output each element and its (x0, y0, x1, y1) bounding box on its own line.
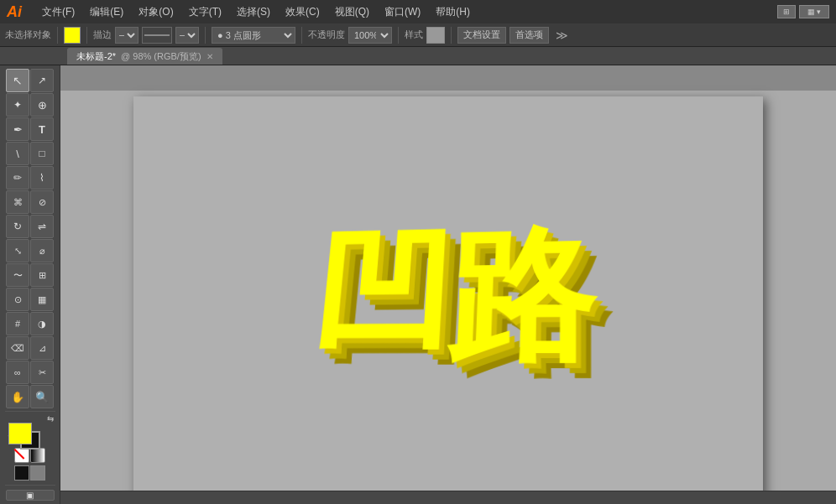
menu-effect[interactable]: 效果(C) (279, 3, 327, 21)
magic-wand-icon: ✦ (13, 99, 22, 111)
column-graph-tool[interactable]: ▦ (30, 288, 54, 311)
free-transform-tool[interactable]: ⊞ (30, 263, 54, 287)
pencil-tool[interactable]: ✏ (6, 166, 29, 190)
brush-tool[interactable]: ⌇ (30, 166, 54, 190)
blend-tool[interactable]: ∞ (6, 361, 29, 384)
style-color[interactable] (426, 27, 445, 44)
rectangle-tool[interactable]: □ (30, 142, 54, 165)
canvas-area[interactable]: 凹路 凹路 凹路 凹路 (60, 65, 836, 504)
menu-window[interactable]: 窗口(W) (378, 3, 427, 21)
eyedropper-tool[interactable]: ⌫ (6, 336, 29, 360)
arrow-start-select[interactable]: — (115, 27, 138, 44)
tab-close-button[interactable]: ✕ (206, 52, 213, 61)
line-icon: \ (16, 148, 19, 160)
tool-row-4: \ □ (6, 142, 54, 165)
zoom-tool[interactable]: 🔍 (30, 385, 54, 408)
rectangle-icon: □ (39, 148, 44, 159)
swatches-row (14, 465, 45, 481)
style-label: 样式 (405, 29, 423, 41)
reflect-icon: ⇌ (38, 221, 46, 232)
tool-row-13: ∞ ✂ (6, 361, 54, 384)
free-transform-icon: ⊞ (39, 270, 46, 281)
artboard-icon: ▣ (26, 491, 34, 500)
symbol-sprayer-tool[interactable]: ⊙ (6, 288, 29, 311)
selection-tool[interactable]: ↖ (6, 69, 29, 92)
menu-view[interactable]: 视图(Q) (328, 3, 376, 21)
doc-settings-button[interactable]: 文档设置 (457, 27, 506, 44)
scissors-tool[interactable]: ✂ (30, 361, 54, 384)
gradient-tool[interactable]: ◑ (30, 312, 54, 335)
rotate-tool[interactable]: ↻ (6, 215, 29, 238)
toolbar-extra-icon[interactable]: ≫ (556, 29, 568, 42)
arrow-end-box: — (175, 27, 199, 44)
toolbar-sep-1 (57, 27, 58, 44)
warp-icon: 〜 (13, 269, 23, 282)
menu-edit[interactable]: 编辑(E) (83, 3, 130, 21)
workspace-button[interactable]: ▦ ▾ (799, 5, 829, 18)
direct-selection-tool[interactable]: ↗ (30, 69, 54, 92)
status-bar (60, 491, 836, 504)
arrow-end-select[interactable]: — (175, 27, 199, 44)
hand-tool[interactable]: ✋ (6, 385, 29, 408)
fill-color-swatch[interactable] (8, 423, 32, 444)
type-icon: T (39, 123, 45, 136)
lasso-tool[interactable]: ⊕ (30, 93, 54, 117)
tool-row-12: ⌫ ⊿ (6, 336, 54, 360)
tool-separator (5, 411, 55, 412)
blob-brush-icon: ⌘ (13, 197, 23, 208)
eraser-tool[interactable]: ⊘ (30, 190, 54, 214)
artboard: 凹路 凹路 凹路 凹路 (60, 91, 836, 504)
symbol-sprayer-icon: ⊙ (14, 294, 22, 305)
stroke-label: 描边 (93, 29, 112, 41)
measure-tool[interactable]: ⊿ (30, 336, 54, 360)
tab-filename: 未标题-2* (76, 50, 116, 63)
toolbar-sep-2 (86, 27, 87, 44)
gray-swatch[interactable] (30, 465, 45, 481)
gradient-swatch[interactable] (30, 448, 45, 463)
shear-tool[interactable]: ⌀ (30, 239, 54, 262)
type-tool[interactable]: T (30, 117, 54, 141)
stroke-preview (142, 27, 172, 44)
left-toolbar: ↖ ↗ ✦ ⊕ ✒ T \ □ (0, 65, 60, 504)
artboard-inner: 凹路 凹路 凹路 凹路 (133, 96, 763, 499)
swap-colors-icon[interactable]: ⇆ (47, 414, 54, 423)
preferences-button[interactable]: 首选项 (509, 27, 549, 44)
tool-row-7: ↻ ⇌ (6, 215, 54, 238)
artboard-tool[interactable]: ▣ (6, 490, 55, 501)
tool-row-2: ✦ ⊕ (6, 93, 54, 117)
pen-tool[interactable]: ✒ (6, 117, 29, 141)
menu-file[interactable]: 文件(F) (35, 3, 81, 21)
lasso-icon: ⊕ (38, 99, 47, 112)
tool-row-10: ⊙ ▦ (6, 288, 54, 311)
opacity-select[interactable]: 100% (348, 27, 392, 44)
blob-brush-tool[interactable]: ⌘ (6, 190, 29, 214)
reflect-tool[interactable]: ⇌ (30, 215, 54, 238)
menu-type[interactable]: 文字(T) (182, 3, 228, 21)
line-tool[interactable]: \ (6, 142, 29, 165)
toolbar: 未选择对象 描边 — — ● 3 点圆形 不透明度 100% 样式 文档设置 首… (0, 23, 836, 47)
pen-icon: ✒ (13, 123, 23, 136)
title-bar: Ai 文件(F) 编辑(E) 对象(O) 文字(T) 选择(S) 效果(C) 视… (0, 0, 836, 23)
main-artwork-text: 凹路 (304, 202, 591, 398)
toolbar-fill-color[interactable] (64, 27, 81, 44)
document-tab[interactable]: 未标题-2* @ 98% (RGB/预览) ✕ (67, 48, 222, 65)
toolbar-sep-3 (205, 27, 206, 44)
warp-tool[interactable]: 〜 (6, 263, 29, 287)
title-bar-right: ⊞ ▦ ▾ (777, 5, 829, 18)
scissors-icon: ✂ (39, 367, 46, 378)
app-logo: Ai (7, 3, 27, 21)
toolbar-sep-4 (301, 27, 302, 44)
menu-select[interactable]: 选择(S) (230, 3, 277, 21)
point-shape-select[interactable]: ● 3 点圆形 (212, 27, 295, 44)
arrange-windows-button[interactable]: ⊞ (777, 5, 796, 18)
black-swatch[interactable] (14, 465, 29, 481)
magic-wand-tool[interactable]: ✦ (6, 93, 29, 117)
menu-help[interactable]: 帮助(H) (429, 3, 477, 21)
none-swatch[interactable] (14, 448, 29, 463)
menu-bar: 文件(F) 编辑(E) 对象(O) 文字(T) 选择(S) 效果(C) 视图(Q… (35, 3, 772, 21)
menu-object[interactable]: 对象(O) (132, 3, 180, 21)
arrow-start-box: — (115, 27, 138, 44)
mesh-tool[interactable]: # (6, 312, 29, 335)
scale-tool[interactable]: ⤡ (6, 239, 29, 262)
tab-bar: 未标题-2* @ 98% (RGB/预览) ✕ (0, 47, 836, 65)
